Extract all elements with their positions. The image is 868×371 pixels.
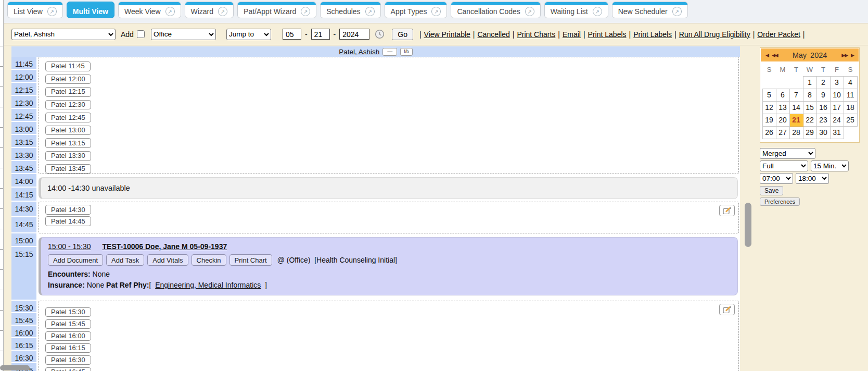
calendar-day[interactable]: 11: [844, 89, 857, 101]
tab-week-view[interactable]: Week View↗: [118, 2, 181, 18]
calendar-day[interactable]: 6: [776, 89, 789, 101]
external-link-icon[interactable]: ↗: [365, 7, 375, 16]
collapse-column-button[interactable]: —: [382, 48, 397, 56]
view-mode-select[interactable]: Merged: [760, 148, 815, 159]
calendar-day[interactable]: 19: [762, 114, 776, 126]
toolbar-link-run-all-drug-eligibility[interactable]: Run All Drug Eligibility: [679, 30, 750, 39]
calendar-day[interactable]: 3: [830, 76, 844, 89]
slot-button[interactable]: Patel 14:30: [45, 205, 91, 215]
patient-link[interactable]: TEST-10006 Doe, Jane M 05-09-1937: [103, 242, 227, 251]
calendar-day[interactable]: 29: [803, 126, 816, 139]
start-time-select[interactable]: 07:00: [760, 173, 793, 184]
slot-button[interactable]: Patel 16:30: [45, 355, 91, 365]
edit-slot-button[interactable]: [719, 304, 735, 315]
toolbar-link-print-labels[interactable]: Print Labels: [588, 30, 627, 39]
appointment-action-add-task[interactable]: Add Task: [106, 254, 144, 266]
calendar-day[interactable]: 24: [830, 114, 844, 126]
toolbar-link-view-printable[interactable]: View Printable: [424, 30, 470, 39]
date-year-input[interactable]: [339, 29, 369, 40]
tab-pat-appt-wizard[interactable]: Pat/Appt Wizard↗: [237, 2, 316, 18]
calendar-day[interactable]: 14: [789, 101, 803, 114]
interval-select[interactable]: 15 Min.: [811, 160, 849, 171]
slot-button[interactable]: Patel 16:15: [45, 343, 91, 353]
facility-select[interactable]: Office: [151, 29, 216, 40]
slot-button[interactable]: Patel 16:00: [45, 331, 91, 341]
calendar-next-single-icon[interactable]: ▶: [849, 53, 856, 58]
slot-button[interactable]: Patel 13:00: [45, 126, 91, 135]
referring-physician-link[interactable]: Engineering, Medical Informatics: [155, 281, 261, 289]
slot-button[interactable]: Patel 12:00: [45, 75, 91, 84]
calendar-day[interactable]: 16: [816, 101, 830, 114]
calendar-day[interactable]: 25: [844, 114, 857, 126]
appointment-time-link[interactable]: 15:00 - 15:30: [48, 242, 91, 251]
calendar-prev-double-icon[interactable]: ◀◀: [770, 53, 780, 58]
calendar-day[interactable]: 10: [830, 89, 844, 101]
tab-schedules[interactable]: Schedules↗: [320, 2, 380, 18]
provider-header-link[interactable]: Patel, Ashish: [339, 48, 379, 56]
calendar-day[interactable]: 13: [776, 101, 789, 114]
tab-appt-types[interactable]: Appt Types↗: [385, 2, 448, 18]
calendar-day[interactable]: 12: [762, 101, 776, 114]
tab-multi-view[interactable]: Multi View: [67, 2, 114, 18]
slot-button[interactable]: Patel 12:45: [45, 113, 91, 122]
slot-button[interactable]: Patel 16:45: [45, 367, 91, 371]
slot-button[interactable]: Patel 12:15: [45, 87, 91, 97]
tab-new-scheduler[interactable]: New Scheduler↗: [612, 2, 688, 18]
toolbar-link-order-packet[interactable]: Order Packet: [757, 30, 800, 39]
date-month-input[interactable]: [283, 29, 301, 40]
calendar-day[interactable]: 2: [816, 76, 830, 89]
external-link-icon[interactable]: ↗: [431, 7, 441, 16]
go-button[interactable]: Go: [392, 29, 413, 40]
vertical-scrollbar-thumb[interactable]: [745, 203, 751, 247]
external-link-icon[interactable]: ↗: [165, 7, 175, 16]
slot-button[interactable]: Patel 11:45: [45, 61, 91, 71]
appointment-block[interactable]: 15:00 - 15:30TEST-10006 Doe, Jane M 05-0…: [39, 237, 738, 295]
external-link-icon[interactable]: ↗: [218, 7, 227, 16]
jump-to-select[interactable]: Jump to: [226, 29, 271, 40]
slot-button[interactable]: Patel 15:45: [45, 319, 91, 329]
layout-select[interactable]: Full: [760, 160, 808, 171]
calendar-day[interactable]: 8: [803, 89, 816, 101]
calendar-day[interactable]: 27: [776, 126, 789, 139]
horizontal-scrollbar-thumb[interactable]: [0, 365, 30, 370]
appointment-action-print-chart[interactable]: Print Chart: [229, 254, 272, 266]
toolbar-link-cancelled[interactable]: Cancelled: [477, 30, 509, 39]
calendar-day[interactable]: 20: [776, 114, 789, 126]
tab-cancellation-codes[interactable]: Cancellation Codes↗: [451, 2, 540, 18]
calendar-day[interactable]: 23: [816, 114, 830, 126]
calendar-day[interactable]: 26: [762, 126, 776, 139]
calendar-day[interactable]: 7: [789, 89, 803, 101]
tab-wizard[interactable]: Wizard↗: [185, 2, 234, 18]
calendar-day[interactable]: 5: [762, 89, 776, 101]
external-link-icon[interactable]: ↗: [593, 7, 602, 16]
tab-list-view[interactable]: List View↗: [7, 2, 63, 18]
end-time-select[interactable]: 18:00: [796, 173, 829, 184]
appointment-action-checkin[interactable]: Checkin: [192, 254, 226, 266]
external-link-icon[interactable]: ↗: [301, 7, 310, 16]
calendar-day[interactable]: 18: [844, 101, 857, 114]
external-link-icon[interactable]: ↗: [525, 7, 534, 16]
appointment-action-add-document[interactable]: Add Document: [48, 254, 103, 266]
calendar-day[interactable]: 15: [803, 101, 816, 114]
slot-button[interactable]: Patel 15:30: [45, 307, 91, 317]
appointment-action-add-vitals[interactable]: Add Vitals: [147, 254, 188, 266]
calendar-day[interactable]: 9: [816, 89, 830, 101]
date-day-input[interactable]: [311, 29, 330, 40]
clock-icon[interactable]: [375, 29, 385, 39]
calendar-day[interactable]: 1: [803, 76, 816, 89]
add-checkbox[interactable]: [137, 30, 145, 38]
calendar-day[interactable]: 28: [789, 126, 803, 139]
tab-waiting-list[interactable]: Waiting List↗: [544, 2, 608, 18]
calendar-day-selected[interactable]: 21: [789, 114, 803, 126]
provider-select[interactable]: Patel, Ashish: [11, 29, 116, 40]
vertical-scrollbar[interactable]: [740, 45, 756, 371]
external-link-icon[interactable]: ↗: [47, 7, 57, 16]
calendar-day[interactable]: 31: [830, 126, 844, 139]
toolbar-link-print-charts[interactable]: Print Charts: [517, 30, 555, 39]
save-button[interactable]: Save: [760, 186, 783, 195]
external-link-icon[interactable]: ↗: [672, 7, 682, 16]
calendar-day[interactable]: 30: [816, 126, 830, 139]
slot-button[interactable]: Patel 13:15: [45, 138, 91, 148]
toolbar-link-email[interactable]: Email: [563, 30, 581, 39]
calendar-next-double-icon[interactable]: ▶▶: [840, 53, 849, 58]
